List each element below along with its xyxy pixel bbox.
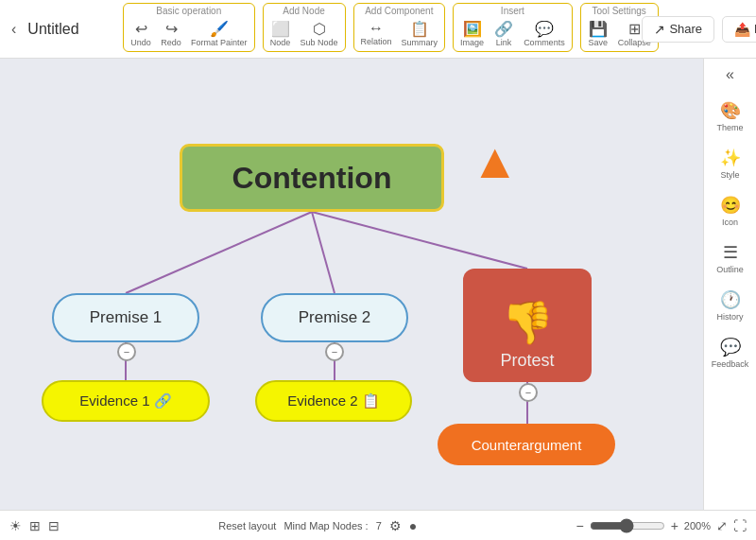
back-button[interactable]: ‹ bbox=[8, 17, 20, 42]
toolbar-group-basic: Basic operation ↩ Undo ↪ Redo 🖌️ Format … bbox=[123, 3, 255, 52]
summary-icon: 📋 bbox=[410, 20, 429, 38]
toolbar-sub-node[interactable]: ⬡ Sub Node bbox=[298, 18, 341, 49]
toolbar-relation[interactable]: ↔ Relation bbox=[358, 18, 395, 48]
toolbar-items-add-component: ↔ Relation 📋 Summary bbox=[358, 18, 441, 49]
export-button[interactable]: 📤 Export bbox=[722, 16, 756, 43]
zoom-percent: 200% bbox=[684, 520, 711, 531]
evidence2-label: Evidence 2 📋 bbox=[287, 392, 379, 409]
right-sidebar: « 🎨 Theme ✨ Style 😊 Icon ☰ Outline 🕐 His… bbox=[703, 59, 756, 510]
settings-icon[interactable]: ⚙ bbox=[389, 518, 402, 533]
toolbar-area: Basic operation ↩ Undo ↪ Redo 🖌️ Format … bbox=[121, 3, 661, 56]
zoom-out-icon[interactable]: − bbox=[576, 518, 583, 533]
node-contention[interactable]: Contention bbox=[180, 144, 444, 212]
share-button[interactable]: ↗ Share bbox=[642, 16, 714, 43]
relation-icon: ↔ bbox=[369, 20, 384, 37]
main-area: ▲ Contention Premise 1 − Premise 2 − 👎 P… bbox=[0, 59, 756, 510]
toolbar-group-insert-label: Insert bbox=[501, 6, 524, 16]
sidebar-item-style[interactable]: ✨ Style bbox=[708, 142, 753, 185]
svg-line-2 bbox=[312, 212, 527, 269]
sub-node-label: Sub Node bbox=[301, 38, 338, 47]
collapse-icon: ⊞ bbox=[628, 20, 641, 38]
sidebar-collapse-button[interactable]: « bbox=[726, 66, 734, 83]
contention-label: Contention bbox=[232, 161, 392, 196]
redo-label: Redo bbox=[161, 38, 181, 47]
toolbar-comments[interactable]: 💬 Comments bbox=[521, 18, 568, 49]
page-title: Untitled bbox=[27, 21, 78, 38]
format-painter-label: Format Painter bbox=[191, 38, 248, 47]
sidebar-item-history[interactable]: 🕐 History bbox=[708, 284, 753, 327]
node-premise1[interactable]: Premise 1 bbox=[52, 293, 199, 342]
save-label: Save bbox=[588, 38, 608, 47]
toolbar-group-add-node: Add Node ⬜ Node ⬡ Sub Node bbox=[263, 3, 346, 52]
canvas[interactable]: ▲ Contention Premise 1 − Premise 2 − 👎 P… bbox=[0, 59, 703, 510]
toolbar-items-basic: ↩ Undo ↪ Redo 🖌️ Format Painter bbox=[128, 18, 250, 49]
collapse-protest[interactable]: − bbox=[519, 383, 538, 402]
info-icon[interactable]: ● bbox=[409, 518, 417, 533]
grid-icon[interactable]: ⊞ bbox=[29, 518, 41, 533]
history-label: History bbox=[716, 312, 743, 322]
fullscreen-icon[interactable]: ⛶ bbox=[733, 518, 747, 533]
share-icon: ↗ bbox=[654, 22, 665, 37]
link-label: Link bbox=[496, 38, 512, 47]
zoom-in-icon[interactable]: + bbox=[671, 518, 679, 533]
toolbar-group-add-node-label: Add Node bbox=[283, 6, 324, 16]
bottom-left: ☀ ⊞ ⊟ bbox=[9, 518, 60, 533]
relation-label: Relation bbox=[361, 37, 392, 46]
icon-label: Icon bbox=[722, 218, 738, 227]
arrow-up-icon: ▲ bbox=[471, 136, 519, 185]
export-icon: 📤 bbox=[734, 22, 750, 37]
toolbar-group-basic-label: Basic operation bbox=[156, 6, 221, 16]
node-evidence1[interactable]: Evidence 1 🔗 bbox=[42, 380, 210, 422]
image-label: Image bbox=[460, 38, 484, 47]
comments-label: Comments bbox=[524, 38, 565, 47]
toolbar-node[interactable]: ⬜ Node bbox=[267, 18, 294, 49]
collapse-premise2[interactable]: − bbox=[325, 342, 344, 361]
header: ‹ Untitled Basic operation ↩ Undo ↪ Redo… bbox=[0, 0, 756, 59]
protest-thumb-icon: 👎 bbox=[502, 298, 554, 347]
sidebar-item-outline[interactable]: ☰ Outline bbox=[708, 236, 753, 280]
share-label: Share bbox=[669, 22, 702, 36]
theme-icon: 🎨 bbox=[720, 100, 741, 121]
fit-screen-icon[interactable]: ⤢ bbox=[716, 518, 728, 533]
node-protest[interactable]: 👎 Protest bbox=[463, 269, 592, 382]
reset-layout-label[interactable]: Reset layout bbox=[218, 520, 276, 531]
sun-icon[interactable]: ☀ bbox=[9, 518, 22, 533]
image-icon: 🖼️ bbox=[463, 20, 482, 38]
sidebar-item-feedback[interactable]: 💬 Feedback bbox=[708, 331, 753, 375]
sidebar-item-theme[interactable]: 🎨 Theme bbox=[708, 95, 753, 138]
premise1-label: Premise 1 bbox=[90, 308, 163, 327]
toolbar-redo[interactable]: ↪ Redo bbox=[158, 18, 184, 49]
node-premise2[interactable]: Premise 2 bbox=[261, 293, 408, 342]
outline-icon: ☰ bbox=[723, 242, 738, 263]
icon-icon: 😊 bbox=[720, 195, 741, 216]
layout-icon[interactable]: ⊟ bbox=[48, 518, 60, 533]
collapse-premise1[interactable]: − bbox=[117, 342, 136, 361]
toolbar-format-painter[interactable]: 🖌️ Format Painter bbox=[188, 18, 250, 49]
node-evidence2[interactable]: Evidence 2 📋 bbox=[255, 380, 412, 422]
toolbar-save[interactable]: 💾 Save bbox=[585, 18, 611, 49]
node-counterargument[interactable]: Counterargument bbox=[438, 424, 615, 465]
toolbar-undo[interactable]: ↩ Undo bbox=[128, 18, 154, 49]
redo-icon: ↪ bbox=[165, 20, 178, 38]
toolbar-summary[interactable]: 📋 Summary bbox=[399, 18, 441, 49]
style-icon: ✨ bbox=[720, 148, 741, 168]
toolbar-image[interactable]: 🖼️ Image bbox=[457, 18, 487, 49]
save-icon: 💾 bbox=[589, 20, 608, 38]
feedback-label: Feedback bbox=[712, 359, 749, 369]
bottom-right: − + 200% ⤢ ⛶ bbox=[576, 518, 747, 533]
bottom-center: Reset layout Mind Map Nodes : 7 ⚙ ● bbox=[69, 518, 566, 533]
zoom-slider[interactable] bbox=[590, 518, 665, 533]
sidebar-item-icon[interactable]: 😊 Icon bbox=[708, 189, 753, 233]
theme-label: Theme bbox=[716, 123, 743, 132]
toolbar-group-add-component: Add Component ↔ Relation 📋 Summary bbox=[353, 3, 446, 52]
nodes-count: 7 bbox=[376, 520, 382, 531]
undo-label: Undo bbox=[130, 38, 151, 47]
header-right: ↗ Share 📤 Export bbox=[661, 16, 756, 43]
toolbar-group-tool-settings-label: Tool Settings bbox=[593, 6, 646, 16]
evidence1-label: Evidence 1 🔗 bbox=[79, 392, 171, 409]
svg-line-0 bbox=[126, 212, 312, 293]
toolbar-group-insert: Insert 🖼️ Image 🔗 Link 💬 Comments bbox=[453, 3, 573, 52]
nodes-label: Mind Map Nodes : bbox=[284, 520, 368, 531]
toolbar-link[interactable]: 🔗 Link bbox=[490, 18, 517, 49]
bottom-bar: ☀ ⊞ ⊟ Reset layout Mind Map Nodes : 7 ⚙ … bbox=[0, 510, 756, 540]
